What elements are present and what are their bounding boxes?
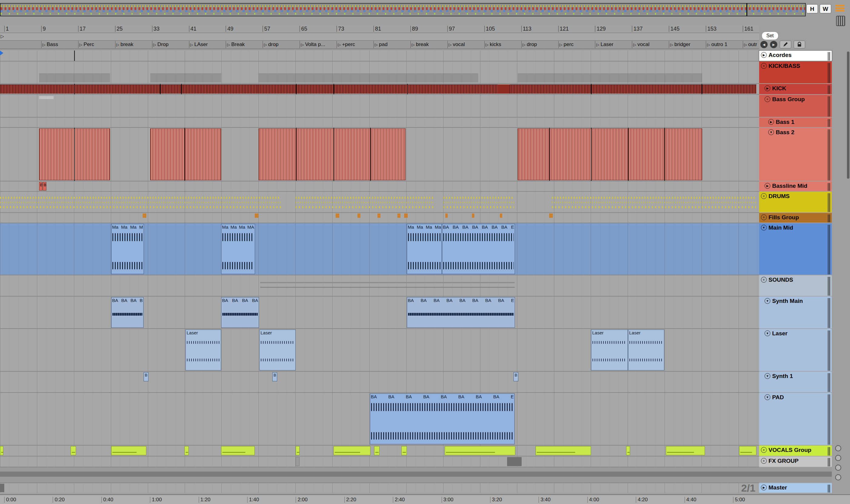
group-fold-icon[interactable]: ≡ xyxy=(761,63,767,69)
fold-down-icon[interactable]: ▼ xyxy=(764,394,770,400)
clip[interactable] xyxy=(0,51,3,55)
lane-vocals-group[interactable] xyxy=(0,446,759,456)
bar-ruler[interactable]: 1917253341495765738189971051131211291371… xyxy=(0,25,759,33)
track-name[interactable]: Bassline Mid xyxy=(772,183,826,189)
clip[interactable] xyxy=(444,192,514,212)
locator-outr[interactable]: ▷outr xyxy=(743,41,757,48)
clip[interactable] xyxy=(510,85,756,94)
lane-synth-main[interactable]: BABABABBABABABABABABABABABABABAE xyxy=(0,296,759,328)
fold-down-icon[interactable]: ▼ xyxy=(768,129,774,135)
clip[interactable] xyxy=(445,214,448,218)
track-name[interactable]: Main Mid xyxy=(768,224,826,231)
track-header-acordes[interactable]: ▶Acordes xyxy=(759,51,832,61)
track-name[interactable]: KICK/BASS xyxy=(768,63,826,69)
track-play-icon[interactable]: ▶ xyxy=(768,119,774,125)
clip[interactable] xyxy=(374,446,380,455)
clip[interactable] xyxy=(259,73,478,83)
track-name[interactable]: Laser xyxy=(772,330,826,337)
track-header-synth-1[interactable]: ▼Synth 1 xyxy=(759,372,832,392)
clip[interactable] xyxy=(377,214,380,218)
clip[interactable]: MaMaMaM xyxy=(111,224,144,274)
fold-down-icon[interactable]: ▼ xyxy=(764,373,770,379)
lane-fx-group[interactable] xyxy=(0,456,759,467)
lane-sounds[interactable] xyxy=(0,275,759,296)
track-header-vocals-group[interactable]: ≡VOCALS Group xyxy=(759,446,832,456)
scrub-area[interactable]: ▷ xyxy=(0,33,759,41)
arrangement-overview[interactable] xyxy=(0,3,806,16)
clip[interactable] xyxy=(478,85,498,94)
track-header-kick[interactable]: ▶KICK xyxy=(759,84,832,94)
clip[interactable] xyxy=(397,214,400,218)
track-name[interactable]: Fills Group xyxy=(768,214,826,220)
clip[interactable] xyxy=(111,446,146,455)
clip[interactable]: BABABABA xyxy=(221,297,259,328)
clip[interactable]: B xyxy=(39,182,42,191)
clip[interactable] xyxy=(0,85,259,94)
clip[interactable] xyxy=(150,73,221,83)
clip[interactable] xyxy=(358,214,361,218)
vertical-scrollbar[interactable] xyxy=(847,52,849,179)
track-name[interactable]: Master xyxy=(768,484,826,491)
clip[interactable]: B xyxy=(272,372,277,381)
clip[interactable] xyxy=(255,214,258,218)
clip[interactable] xyxy=(536,446,591,455)
clip[interactable] xyxy=(507,457,522,466)
clip[interactable] xyxy=(552,192,756,212)
lane-kick-bass[interactable] xyxy=(0,61,759,83)
track-name[interactable]: Synth Main xyxy=(772,298,826,304)
clip[interactable]: B xyxy=(513,372,518,381)
locator-bridger[interactable]: ▷bridger xyxy=(669,41,690,48)
lane-pad[interactable]: BABABABABABABABAE xyxy=(0,393,759,445)
lane-acordes[interactable] xyxy=(0,51,759,61)
clip[interactable]: Laser xyxy=(259,329,296,371)
clip[interactable] xyxy=(184,446,189,455)
clip[interactable] xyxy=(221,446,255,455)
next-locator-button[interactable]: ▶ xyxy=(770,41,777,48)
track-header-sounds[interactable]: ≡SOUNDS xyxy=(759,275,832,296)
clip[interactable]: BABABABABABABABAE xyxy=(407,297,515,328)
prev-locator-button[interactable]: ◀ xyxy=(760,41,767,48)
clip[interactable] xyxy=(150,128,221,180)
track-header-bass-1[interactable]: ▶Bass 1 xyxy=(759,118,832,127)
panel-toggle-icon[interactable] xyxy=(835,465,841,471)
clip[interactable] xyxy=(498,85,510,94)
track-name[interactable]: DRUMS xyxy=(768,193,826,199)
clip[interactable] xyxy=(518,128,702,180)
locator-outro-1[interactable]: ▷outro 1 xyxy=(706,41,727,48)
track-header-fills-group[interactable]: ≡Fills Group xyxy=(759,213,832,222)
locator-vocal[interactable]: ▷vocal xyxy=(632,41,649,48)
clip[interactable] xyxy=(259,128,405,180)
track-name[interactable]: KICK xyxy=(772,85,826,91)
draw-mode-button[interactable] xyxy=(780,41,791,49)
clip[interactable] xyxy=(336,214,339,218)
group-fold-icon[interactable]: ≡ xyxy=(761,447,767,453)
locator-break[interactable]: ▷Break xyxy=(226,41,245,48)
track-header-synth-main[interactable]: ▼Synth Main xyxy=(759,296,832,328)
track-name[interactable]: Synth 1 xyxy=(772,373,826,379)
group-fold-icon[interactable]: ≡ xyxy=(764,96,770,102)
set-locator-button[interactable]: Set xyxy=(762,32,778,40)
lane-bassline-mid[interactable]: BB xyxy=(0,181,759,191)
clip[interactable]: MaMaMaMA xyxy=(221,224,255,274)
clip[interactable] xyxy=(445,446,515,455)
track-header-pad[interactable]: ▼PAD xyxy=(759,393,832,445)
track-name[interactable]: Bass 1 xyxy=(776,119,826,125)
track-name[interactable]: Acordes xyxy=(768,52,826,58)
locator-break[interactable]: ▷break xyxy=(411,41,429,48)
track-play-icon[interactable]: ▶ xyxy=(761,485,767,490)
clip[interactable] xyxy=(666,446,705,455)
clip[interactable] xyxy=(71,446,76,455)
locator-kicks[interactable]: ▷kicks xyxy=(484,41,501,48)
clip[interactable]: Laser xyxy=(185,329,221,371)
panel-toggle-icon[interactable] xyxy=(835,455,841,461)
clip[interactable] xyxy=(739,446,756,455)
clip[interactable] xyxy=(296,192,434,212)
clip[interactable]: BABABABABABABABAE xyxy=(370,393,515,444)
lane-main-mid[interactable]: MaMaMaMMaMaMaMAMaMaMaMaBABABABABABABAE xyxy=(0,223,759,275)
track-name[interactable]: FX GROUP xyxy=(768,458,826,464)
lane-bass-2[interactable] xyxy=(0,128,759,181)
locator-bass[interactable]: ▷Bass xyxy=(41,41,58,48)
locator-volta-p[interactable]: ▷Volta p... xyxy=(300,41,325,48)
clip[interactable] xyxy=(143,214,146,218)
clip[interactable] xyxy=(39,96,54,99)
